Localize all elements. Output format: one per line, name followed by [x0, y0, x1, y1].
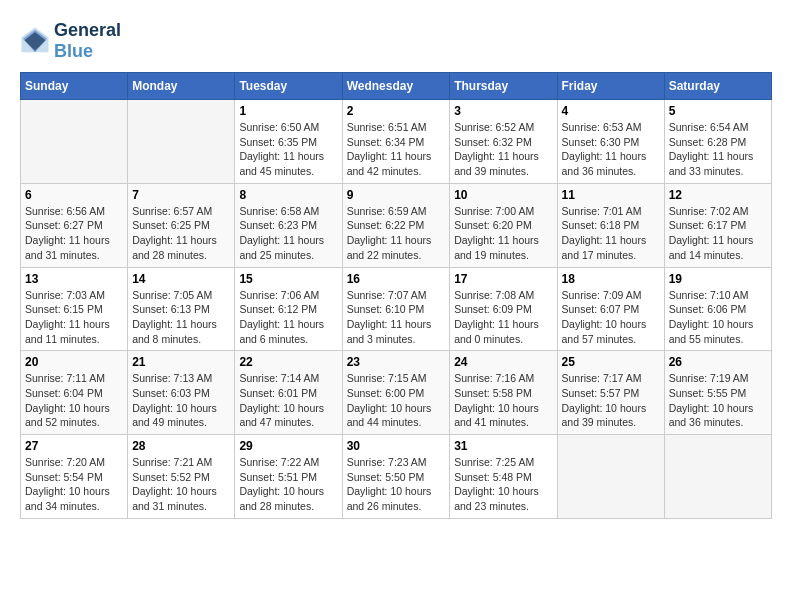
day-number: 7 — [132, 188, 230, 202]
day-info: Sunrise: 7:25 AM Sunset: 5:48 PM Dayligh… — [454, 455, 552, 514]
day-info: Sunrise: 7:19 AM Sunset: 5:55 PM Dayligh… — [669, 371, 767, 430]
calendar-cell: 12Sunrise: 7:02 AM Sunset: 6:17 PM Dayli… — [664, 183, 771, 267]
calendar-cell — [557, 435, 664, 519]
calendar-body: 1Sunrise: 6:50 AM Sunset: 6:35 PM Daylig… — [21, 100, 772, 519]
calendar-cell: 16Sunrise: 7:07 AM Sunset: 6:10 PM Dayli… — [342, 267, 450, 351]
day-info: Sunrise: 7:23 AM Sunset: 5:50 PM Dayligh… — [347, 455, 446, 514]
day-number: 19 — [669, 272, 767, 286]
day-number: 12 — [669, 188, 767, 202]
day-number: 13 — [25, 272, 123, 286]
day-info: Sunrise: 6:58 AM Sunset: 6:23 PM Dayligh… — [239, 204, 337, 263]
calendar-cell: 6Sunrise: 6:56 AM Sunset: 6:27 PM Daylig… — [21, 183, 128, 267]
day-info: Sunrise: 7:14 AM Sunset: 6:01 PM Dayligh… — [239, 371, 337, 430]
day-number: 30 — [347, 439, 446, 453]
weekday-header-saturday: Saturday — [664, 73, 771, 100]
day-info: Sunrise: 7:06 AM Sunset: 6:12 PM Dayligh… — [239, 288, 337, 347]
day-info: Sunrise: 7:20 AM Sunset: 5:54 PM Dayligh… — [25, 455, 123, 514]
weekday-header-thursday: Thursday — [450, 73, 557, 100]
day-number: 5 — [669, 104, 767, 118]
day-info: Sunrise: 7:16 AM Sunset: 5:58 PM Dayligh… — [454, 371, 552, 430]
day-number: 31 — [454, 439, 552, 453]
calendar-cell: 7Sunrise: 6:57 AM Sunset: 6:25 PM Daylig… — [128, 183, 235, 267]
calendar-cell: 28Sunrise: 7:21 AM Sunset: 5:52 PM Dayli… — [128, 435, 235, 519]
day-info: Sunrise: 6:50 AM Sunset: 6:35 PM Dayligh… — [239, 120, 337, 179]
day-number: 10 — [454, 188, 552, 202]
day-number: 26 — [669, 355, 767, 369]
calendar-cell — [21, 100, 128, 184]
page-header: General Blue — [20, 20, 772, 62]
calendar-cell: 23Sunrise: 7:15 AM Sunset: 6:00 PM Dayli… — [342, 351, 450, 435]
weekday-header-wednesday: Wednesday — [342, 73, 450, 100]
calendar-cell: 13Sunrise: 7:03 AM Sunset: 6:15 PM Dayli… — [21, 267, 128, 351]
day-number: 2 — [347, 104, 446, 118]
day-number: 1 — [239, 104, 337, 118]
day-info: Sunrise: 6:52 AM Sunset: 6:32 PM Dayligh… — [454, 120, 552, 179]
calendar-cell: 17Sunrise: 7:08 AM Sunset: 6:09 PM Dayli… — [450, 267, 557, 351]
day-number: 6 — [25, 188, 123, 202]
day-info: Sunrise: 7:11 AM Sunset: 6:04 PM Dayligh… — [25, 371, 123, 430]
calendar-cell: 10Sunrise: 7:00 AM Sunset: 6:20 PM Dayli… — [450, 183, 557, 267]
day-number: 17 — [454, 272, 552, 286]
day-info: Sunrise: 6:56 AM Sunset: 6:27 PM Dayligh… — [25, 204, 123, 263]
day-number: 4 — [562, 104, 660, 118]
day-info: Sunrise: 7:01 AM Sunset: 6:18 PM Dayligh… — [562, 204, 660, 263]
calendar-header-row: SundayMondayTuesdayWednesdayThursdayFrid… — [21, 73, 772, 100]
day-info: Sunrise: 7:15 AM Sunset: 6:00 PM Dayligh… — [347, 371, 446, 430]
day-number: 20 — [25, 355, 123, 369]
calendar-week-row: 6Sunrise: 6:56 AM Sunset: 6:27 PM Daylig… — [21, 183, 772, 267]
day-number: 8 — [239, 188, 337, 202]
day-number: 29 — [239, 439, 337, 453]
logo: General Blue — [20, 20, 121, 62]
calendar-cell: 4Sunrise: 6:53 AM Sunset: 6:30 PM Daylig… — [557, 100, 664, 184]
logo-icon — [20, 26, 50, 56]
day-info: Sunrise: 7:03 AM Sunset: 6:15 PM Dayligh… — [25, 288, 123, 347]
calendar-cell: 8Sunrise: 6:58 AM Sunset: 6:23 PM Daylig… — [235, 183, 342, 267]
day-info: Sunrise: 7:21 AM Sunset: 5:52 PM Dayligh… — [132, 455, 230, 514]
day-number: 15 — [239, 272, 337, 286]
day-info: Sunrise: 7:00 AM Sunset: 6:20 PM Dayligh… — [454, 204, 552, 263]
weekday-header-monday: Monday — [128, 73, 235, 100]
calendar-cell: 20Sunrise: 7:11 AM Sunset: 6:04 PM Dayli… — [21, 351, 128, 435]
calendar-cell: 21Sunrise: 7:13 AM Sunset: 6:03 PM Dayli… — [128, 351, 235, 435]
weekday-header-tuesday: Tuesday — [235, 73, 342, 100]
calendar-cell: 26Sunrise: 7:19 AM Sunset: 5:55 PM Dayli… — [664, 351, 771, 435]
calendar-cell: 9Sunrise: 6:59 AM Sunset: 6:22 PM Daylig… — [342, 183, 450, 267]
weekday-header-sunday: Sunday — [21, 73, 128, 100]
calendar-cell — [664, 435, 771, 519]
calendar-week-row: 27Sunrise: 7:20 AM Sunset: 5:54 PM Dayli… — [21, 435, 772, 519]
calendar: SundayMondayTuesdayWednesdayThursdayFrid… — [20, 72, 772, 519]
day-info: Sunrise: 7:05 AM Sunset: 6:13 PM Dayligh… — [132, 288, 230, 347]
calendar-cell: 3Sunrise: 6:52 AM Sunset: 6:32 PM Daylig… — [450, 100, 557, 184]
day-number: 27 — [25, 439, 123, 453]
day-number: 16 — [347, 272, 446, 286]
calendar-cell: 24Sunrise: 7:16 AM Sunset: 5:58 PM Dayli… — [450, 351, 557, 435]
day-number: 9 — [347, 188, 446, 202]
day-info: Sunrise: 7:10 AM Sunset: 6:06 PM Dayligh… — [669, 288, 767, 347]
calendar-week-row: 20Sunrise: 7:11 AM Sunset: 6:04 PM Dayli… — [21, 351, 772, 435]
day-number: 23 — [347, 355, 446, 369]
day-number: 11 — [562, 188, 660, 202]
day-info: Sunrise: 7:22 AM Sunset: 5:51 PM Dayligh… — [239, 455, 337, 514]
calendar-cell: 25Sunrise: 7:17 AM Sunset: 5:57 PM Dayli… — [557, 351, 664, 435]
calendar-cell: 19Sunrise: 7:10 AM Sunset: 6:06 PM Dayli… — [664, 267, 771, 351]
day-number: 3 — [454, 104, 552, 118]
calendar-cell: 14Sunrise: 7:05 AM Sunset: 6:13 PM Dayli… — [128, 267, 235, 351]
day-info: Sunrise: 6:51 AM Sunset: 6:34 PM Dayligh… — [347, 120, 446, 179]
day-info: Sunrise: 7:02 AM Sunset: 6:17 PM Dayligh… — [669, 204, 767, 263]
logo-text: General Blue — [54, 20, 121, 62]
day-number: 28 — [132, 439, 230, 453]
day-info: Sunrise: 7:09 AM Sunset: 6:07 PM Dayligh… — [562, 288, 660, 347]
calendar-cell: 15Sunrise: 7:06 AM Sunset: 6:12 PM Dayli… — [235, 267, 342, 351]
day-info: Sunrise: 6:59 AM Sunset: 6:22 PM Dayligh… — [347, 204, 446, 263]
calendar-cell: 22Sunrise: 7:14 AM Sunset: 6:01 PM Dayli… — [235, 351, 342, 435]
day-number: 21 — [132, 355, 230, 369]
day-info: Sunrise: 7:07 AM Sunset: 6:10 PM Dayligh… — [347, 288, 446, 347]
weekday-header-friday: Friday — [557, 73, 664, 100]
calendar-cell: 29Sunrise: 7:22 AM Sunset: 5:51 PM Dayli… — [235, 435, 342, 519]
calendar-cell: 18Sunrise: 7:09 AM Sunset: 6:07 PM Dayli… — [557, 267, 664, 351]
calendar-cell: 5Sunrise: 6:54 AM Sunset: 6:28 PM Daylig… — [664, 100, 771, 184]
day-info: Sunrise: 6:54 AM Sunset: 6:28 PM Dayligh… — [669, 120, 767, 179]
day-number: 14 — [132, 272, 230, 286]
calendar-week-row: 1Sunrise: 6:50 AM Sunset: 6:35 PM Daylig… — [21, 100, 772, 184]
day-number: 24 — [454, 355, 552, 369]
